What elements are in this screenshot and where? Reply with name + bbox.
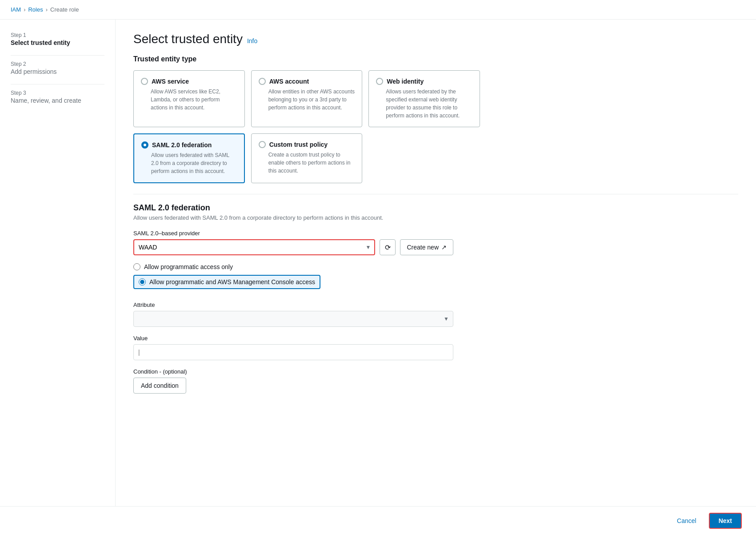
- provider-select[interactable]: WAAD: [133, 239, 375, 255]
- entity-card-web-identity-header: Web identity: [376, 78, 472, 85]
- external-link-icon: ↗: [441, 244, 447, 251]
- provider-label: SAML 2.0–based provider: [133, 230, 453, 237]
- radio-custom-trust: [259, 141, 266, 148]
- step-3-label: Step 3: [11, 90, 104, 96]
- entity-card-aws-account[interactable]: AWS account Allow entities in other AWS …: [251, 70, 363, 127]
- entity-card-aws-service-title: AWS service: [152, 78, 189, 85]
- radio-saml-federation: [141, 141, 148, 149]
- refresh-icon: ⟳: [385, 243, 391, 252]
- step-2: Step 2 Add permissions: [11, 61, 104, 75]
- programmatic-access-option[interactable]: Allow programmatic access only: [133, 263, 453, 270]
- entity-type-grid: AWS service Allow AWS services like EC2,…: [133, 70, 480, 183]
- entity-card-saml-title: SAML 2.0 federation: [152, 141, 212, 149]
- footer: Cancel Next: [0, 506, 756, 532]
- entity-card-web-identity-title: Web identity: [387, 78, 424, 85]
- entity-card-saml-desc: Allow users federated with SAML 2.0 from…: [141, 151, 237, 175]
- breadcrumb-current: Create role: [50, 6, 79, 13]
- programmatic-access-label: Allow programmatic access only: [144, 263, 233, 270]
- step-3-title: Name, review, and create: [11, 97, 104, 104]
- entity-card-aws-service-desc: Allow AWS services like EC2, Lambda, or …: [141, 88, 237, 112]
- create-new-label: Create new: [407, 244, 439, 251]
- next-button[interactable]: Next: [709, 513, 742, 529]
- step-1: Step 1 Select trusted entity: [11, 32, 104, 46]
- page-title-row: Select trusted entity Info: [133, 32, 738, 46]
- console-access-label: Allow programmatic and AWS Management Co…: [149, 278, 315, 286]
- radio-aws-service: [141, 78, 148, 85]
- refresh-button[interactable]: ⟳: [380, 239, 396, 255]
- provider-select-wrapper: WAAD ▼: [133, 239, 375, 255]
- attribute-select-wrapper: ▼: [133, 311, 453, 327]
- saml-section-desc: Allow users federated with SAML 2.0 from…: [133, 214, 738, 221]
- attribute-label: Attribute: [133, 302, 453, 308]
- radio-aws-account: [259, 78, 266, 85]
- saml-section: SAML 2.0 federation Allow users federate…: [133, 194, 738, 394]
- info-link[interactable]: Info: [247, 37, 257, 44]
- sidebar-divider-2: [11, 84, 104, 84]
- breadcrumb-roles[interactable]: Roles: [28, 6, 43, 13]
- content: Select trusted entity Info Trusted entit…: [116, 20, 756, 532]
- entity-card-aws-account-header: AWS account: [259, 78, 355, 85]
- console-access-radio[interactable]: [139, 278, 146, 286]
- add-condition-button[interactable]: Add condition: [133, 378, 186, 394]
- attribute-form-group: Attribute ▼: [133, 302, 453, 327]
- console-access-option[interactable]: Allow programmatic and AWS Management Co…: [133, 275, 320, 289]
- page-title: Select trusted entity: [133, 32, 243, 46]
- entity-card-aws-account-desc: Allow entities in other AWS accounts bel…: [259, 88, 355, 112]
- main-layout: Step 1 Select trusted entity Step 2 Add …: [0, 20, 756, 532]
- saml-section-title: SAML 2.0 federation: [133, 203, 738, 213]
- step-2-label: Step 2: [11, 61, 104, 67]
- breadcrumb-sep2: ›: [46, 6, 48, 13]
- sidebar: Step 1 Select trusted entity Step 2 Add …: [0, 20, 116, 532]
- value-input[interactable]: [133, 344, 453, 360]
- attribute-select[interactable]: [133, 311, 453, 327]
- value-form-group: Value: [133, 335, 453, 360]
- condition-label: Condition - (optional): [133, 368, 453, 375]
- condition-form-group: Condition - (optional) Add condition: [133, 368, 453, 394]
- breadcrumb: IAM › Roles › Create role: [0, 0, 756, 20]
- step-3: Step 3 Name, review, and create: [11, 90, 104, 104]
- step-1-title: Select trusted entity: [11, 39, 104, 46]
- value-label: Value: [133, 335, 453, 342]
- provider-form-group: SAML 2.0–based provider WAAD ▼ ⟳ Create …: [133, 230, 453, 255]
- breadcrumb-iam[interactable]: IAM: [11, 6, 21, 13]
- step-1-label: Step 1: [11, 32, 104, 38]
- section-heading: Trusted entity type: [133, 55, 738, 63]
- entity-card-custom-trust-header: Custom trust policy: [259, 141, 355, 148]
- entity-card-custom-trust-desc: Create a custom trust policy to enable o…: [259, 151, 355, 175]
- sidebar-divider-1: [11, 55, 104, 56]
- create-new-button[interactable]: Create new ↗: [400, 239, 453, 255]
- entity-card-saml-header: SAML 2.0 federation: [141, 141, 237, 149]
- entity-card-custom-trust-title: Custom trust policy: [269, 141, 328, 148]
- step-2-title: Add permissions: [11, 68, 104, 75]
- programmatic-access-radio[interactable]: [133, 263, 140, 270]
- entity-card-web-identity[interactable]: Web identity Allows users federated by t…: [368, 70, 480, 127]
- radio-web-identity: [376, 78, 383, 85]
- entity-card-saml-federation[interactable]: SAML 2.0 federation Allow users federate…: [133, 133, 245, 183]
- entity-card-aws-account-title: AWS account: [269, 78, 309, 85]
- provider-row: WAAD ▼ ⟳ Create new ↗: [133, 239, 453, 255]
- cancel-button[interactable]: Cancel: [670, 514, 704, 528]
- entity-card-custom-trust[interactable]: Custom trust policy Create a custom trus…: [251, 133, 363, 183]
- entity-card-web-identity-desc: Allows users federated by the specified …: [376, 88, 472, 120]
- breadcrumb-sep1: ›: [24, 6, 25, 13]
- access-options-group: Allow programmatic access only Allow pro…: [133, 263, 453, 294]
- entity-card-aws-service[interactable]: AWS service Allow AWS services like EC2,…: [133, 70, 245, 127]
- entity-card-aws-service-header: AWS service: [141, 78, 237, 85]
